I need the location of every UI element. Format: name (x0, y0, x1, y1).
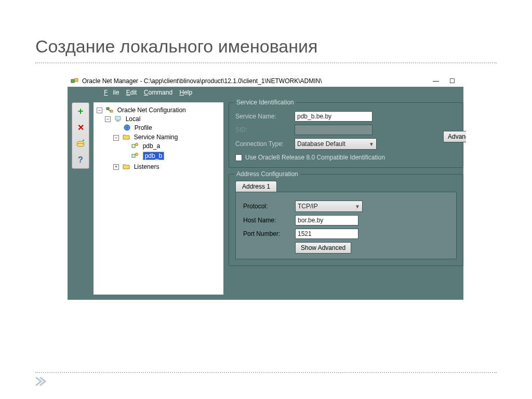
expand-icon[interactable]: + (113, 164, 119, 170)
address-tab-content: Protocol: TCP/IP ▼ Host Name: Port Numbe… (235, 192, 457, 259)
svg-point-11 (136, 143, 138, 146)
connection-type-value: Database Default (297, 140, 345, 148)
tab-address-1[interactable]: Address 1 (235, 181, 277, 192)
service-name-label: Service Name: (235, 113, 289, 120)
menu-file[interactable]: File (104, 89, 119, 96)
service-name-input[interactable] (295, 111, 373, 122)
window-title: Oracle Net Manager - C:\app\client\blino… (82, 77, 430, 85)
port-number-label: Port Number: (243, 230, 290, 237)
minimize-button[interactable]: — (433, 77, 439, 85)
right-panel: Service Identification Service Name: SID… (223, 99, 463, 295)
tree-root[interactable]: − Oracle Net Configuration − Local (97, 105, 221, 174)
address-configuration-group: Address Configuration Address 1 Protocol… (229, 174, 463, 266)
slide-title: Создание локального именования (35, 36, 317, 57)
delete-button[interactable]: ✕ (75, 122, 86, 133)
protocol-select[interactable]: TCP/IP ▼ (295, 201, 363, 212)
tree-local[interactable]: − Local Pro (105, 114, 221, 173)
tree-pdb-a-label: pdb_a (143, 142, 160, 150)
service-icon (131, 153, 139, 160)
save-button[interactable] (75, 138, 86, 149)
collapse-icon[interactable]: − (105, 116, 111, 122)
svg-point-13 (136, 153, 138, 155)
svg-rect-1 (75, 78, 78, 82)
svg-point-3 (77, 143, 84, 147)
tree-local-label: Local (126, 115, 141, 123)
add-button[interactable]: + (75, 106, 86, 117)
tree-profile[interactable]: Profile (113, 123, 221, 133)
service-identification-group: Service Identification Service Name: SID… (229, 102, 463, 168)
chevron-down-icon: ▼ (355, 204, 360, 209)
sid-label: SID: (235, 126, 289, 134)
service-id-legend: Service Identification (234, 99, 296, 106)
svg-rect-4 (107, 108, 109, 110)
service-icon (131, 143, 139, 150)
connection-type-select[interactable]: Database Default ▼ (295, 138, 377, 150)
address-legend: Address Configuration (234, 170, 300, 178)
folder-icon (122, 134, 130, 141)
globe-icon (123, 124, 131, 131)
tree-service-naming-label: Service Naming (134, 134, 178, 141)
oracle8-checkbox[interactable] (235, 154, 242, 161)
tree-root-label: Oracle Net Configuration (117, 107, 186, 114)
port-number-input[interactable] (295, 229, 358, 239)
svg-rect-10 (132, 144, 135, 148)
host-name-input[interactable] (295, 215, 358, 225)
svg-rect-12 (132, 154, 135, 157)
show-advanced-button[interactable]: Show Advanced (295, 242, 351, 254)
tree-pdb-b[interactable]: pdb_b (122, 151, 221, 161)
tree-pdb-a[interactable]: pdb_a (122, 141, 221, 151)
tree-panel: − Oracle Net Configuration − Local (94, 102, 223, 295)
tree-pdb-b-label: pdb_b (143, 152, 164, 160)
menu-edit[interactable]: Edit (126, 89, 137, 96)
network-icon (105, 107, 114, 114)
computer-icon (114, 116, 122, 123)
oracle8-label: Use Oracle8 Release 8.0 Compatible Ident… (245, 154, 385, 161)
tree-listeners[interactable]: + Listeners (113, 162, 221, 172)
collapse-icon[interactable]: − (113, 135, 119, 141)
svg-rect-0 (71, 79, 74, 83)
menubar: File Edit Command Help (68, 87, 463, 99)
svg-rect-7 (115, 116, 121, 120)
tree-service-naming[interactable]: − Service Naming (113, 132, 221, 162)
advanced-button[interactable]: Advanced (443, 131, 466, 142)
protocol-value: TCP/IP (298, 203, 318, 210)
collapse-icon[interactable]: − (97, 108, 102, 113)
sid-input (295, 125, 373, 135)
app-window: Oracle Net Manager - C:\app\client\blino… (68, 75, 463, 300)
tree-listeners-label: Listeners (134, 163, 159, 170)
divider-bottom (35, 372, 497, 373)
maximize-button[interactable]: ☐ (449, 77, 455, 85)
folder-icon (122, 164, 130, 171)
slide-chevron-icon (35, 377, 47, 389)
menu-help[interactable]: Help (179, 89, 192, 96)
connection-type-label: Connection Type: (235, 140, 289, 148)
protocol-label: Protocol: (243, 203, 290, 210)
window-controls: — ☐ (433, 77, 460, 85)
toolbar: + ✕ ? (72, 102, 89, 169)
menu-command[interactable]: Command (144, 89, 172, 96)
titlebar: Oracle Net Manager - C:\app\client\blino… (68, 75, 463, 87)
host-name-label: Host Name: (243, 217, 290, 224)
app-icon (71, 77, 79, 85)
help-button[interactable]: ? (75, 154, 86, 165)
tree-profile-label: Profile (135, 124, 152, 131)
chevron-down-icon: ▼ (369, 141, 374, 147)
divider-top (35, 62, 497, 63)
svg-rect-8 (116, 121, 119, 122)
